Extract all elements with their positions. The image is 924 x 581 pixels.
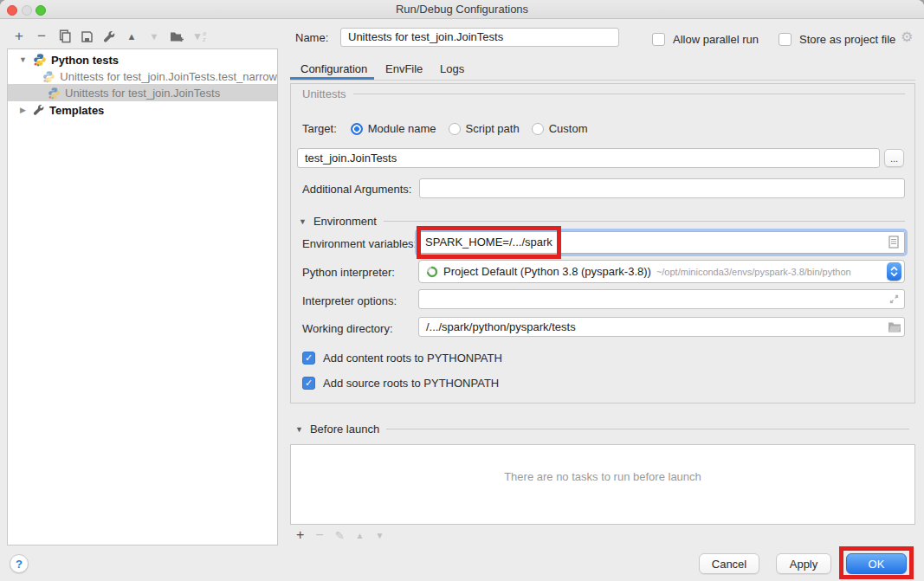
- radio-module-name[interactable]: [351, 123, 363, 135]
- add-configuration-button[interactable]: +: [12, 29, 26, 44]
- collapse-environment-icon[interactable]: ▼: [299, 217, 307, 226]
- help-button[interactable]: ?: [10, 554, 29, 573]
- python-interpreter-label: Python interpreter:: [302, 266, 395, 279]
- separator-line: [386, 429, 909, 429]
- radio-module-name-label: Module name: [368, 122, 436, 135]
- tree-item-label: Templates: [49, 104, 104, 117]
- title-bar: Run/Debug Configurations: [0, 0, 924, 19]
- tree-item-label: Unittests for test_join.JoinTests.test_n…: [60, 70, 277, 83]
- additional-arguments-label: Additional Arguments:: [302, 183, 411, 196]
- apply-button[interactable]: Apply: [776, 553, 831, 574]
- ok-button[interactable]: OK: [846, 553, 907, 574]
- add-task-button[interactable]: +: [296, 527, 304, 543]
- allow-parallel-run-checkbox[interactable]: [652, 33, 665, 46]
- copy-configuration-icon[interactable]: [57, 29, 71, 44]
- target-row: Target: Module name Script path Custom: [302, 121, 587, 136]
- store-as-project-file-row: Store as project file: [779, 32, 895, 46]
- environment-section-title: Environment: [313, 215, 377, 228]
- run-debug-configurations-window: Run/Debug Configurations + − ▲ ▼ ▼ az ▼: [0, 0, 924, 581]
- collapse-before-launch-icon[interactable]: ▼: [295, 425, 303, 434]
- window-title: Run/Debug Configurations: [0, 0, 924, 19]
- store-as-project-file-checkbox[interactable]: [779, 33, 792, 46]
- interpreter-dropdown-stepper[interactable]: [887, 262, 901, 281]
- remove-configuration-button[interactable]: −: [35, 29, 48, 44]
- move-task-up-icon[interactable]: ▲: [356, 531, 365, 540]
- separator-line: [353, 94, 905, 94]
- unittests-section-header: Unittests: [302, 87, 905, 100]
- add-source-roots-label: Add source roots to PYTHONPATH: [323, 377, 499, 390]
- radio-script-path-label: Script path: [466, 122, 520, 135]
- python-tests-icon: [33, 53, 47, 67]
- store-as-project-file-label: Store as project file: [799, 33, 895, 46]
- tree-item-jointests-selected[interactable]: Unittests for test_join.JoinTests: [8, 84, 277, 101]
- expanded-arrow-icon[interactable]: ▼: [18, 55, 28, 64]
- zoom-window-button[interactable]: [36, 5, 46, 16]
- before-launch-toolbar: + − ✎ ▲ ▼: [296, 527, 384, 543]
- move-down-button[interactable]: ▼: [147, 29, 161, 44]
- add-content-roots-label: Add content roots to PYTHONPATH: [323, 352, 502, 365]
- new-folder-icon[interactable]: [170, 29, 184, 44]
- environment-variables-input[interactable]: SPARK_HOME=/.../spark: [417, 231, 905, 254]
- python-interpreter-path: ~/opt/miniconda3/envs/pyspark-3.8/bin/py…: [656, 267, 851, 277]
- save-configuration-icon[interactable]: [80, 29, 94, 44]
- working-directory-input[interactable]: /.../spark/python/pyspark/tests: [418, 317, 905, 337]
- tab-envfile[interactable]: EnvFile: [385, 62, 423, 75]
- python-test-icon: [48, 87, 61, 100]
- active-tab-underline: [290, 77, 374, 80]
- tree-item-templates[interactable]: ▶ Templates: [8, 101, 277, 119]
- close-window-button[interactable]: [7, 5, 17, 16]
- allow-parallel-run-row: Allow parallel run: [652, 32, 759, 46]
- remove-task-button[interactable]: −: [315, 527, 323, 543]
- environment-variables-field-focus-ring: SPARK_HOME=/.../spark: [415, 229, 908, 256]
- allow-parallel-run-label: Allow parallel run: [673, 33, 759, 46]
- edit-templates-wrench-icon[interactable]: [102, 29, 116, 44]
- interpreter-options-label: Interpreter options:: [302, 294, 397, 307]
- working-directory-label: Working directory:: [302, 322, 393, 335]
- collapsed-arrow-icon[interactable]: ▶: [18, 106, 28, 114]
- interpreter-options-input[interactable]: [418, 289, 905, 309]
- tabs-divider: [290, 80, 915, 81]
- radio-script-path[interactable]: [449, 123, 461, 135]
- before-launch-empty-message: There are no tasks to run before launch: [290, 470, 915, 483]
- tree-item-python-tests[interactable]: ▼ Python tests: [8, 51, 277, 68]
- before-launch-section-title: Before launch: [310, 423, 379, 436]
- move-up-button[interactable]: ▲: [125, 29, 139, 44]
- configurations-toolbar: + − ▲ ▼ ▼ az: [12, 28, 206, 45]
- cancel-button[interactable]: Cancel: [699, 553, 759, 574]
- browse-module-button[interactable]: ...: [884, 149, 904, 167]
- environment-section-header: ▼ Environment: [299, 215, 905, 228]
- conda-environment-icon: [426, 266, 438, 278]
- target-label: Target:: [302, 122, 337, 135]
- tab-configuration[interactable]: Configuration: [300, 62, 367, 75]
- sort-configurations-icon[interactable]: ▼ az: [192, 30, 206, 42]
- python-interpreter-value: Project Default (Python 3.8 (pyspark-3.8…: [443, 265, 651, 278]
- tab-logs[interactable]: Logs: [440, 62, 464, 75]
- gear-icon[interactable]: ⚙: [901, 29, 913, 45]
- add-source-roots-row: ✓ Add source roots to PYTHONPATH: [302, 376, 499, 390]
- add-content-roots-checkbox[interactable]: ✓: [302, 352, 315, 365]
- unittests-section-title: Unittests: [302, 87, 346, 100]
- move-task-down-icon[interactable]: ▼: [376, 531, 384, 540]
- before-launch-section-header: ▼ Before launch: [295, 423, 909, 436]
- tree-item-label: Python tests: [51, 54, 119, 67]
- name-input[interactable]: Unittests for test_join.JoinTests: [340, 28, 619, 47]
- tree-item-test-narrow[interactable]: Unittests for test_join.JoinTests.test_n…: [8, 68, 277, 85]
- radio-custom[interactable]: [532, 123, 544, 135]
- python-interpreter-select[interactable]: Project Default (Python 3.8 (pyspark-3.8…: [418, 260, 905, 283]
- additional-arguments-input[interactable]: [419, 178, 905, 198]
- separator-line: [384, 221, 905, 222]
- folder-icon[interactable]: [888, 321, 901, 332]
- edit-task-pencil-icon[interactable]: ✎: [335, 529, 345, 542]
- minimize-window-button[interactable]: [22, 5, 32, 16]
- add-source-roots-checkbox[interactable]: ✓: [302, 377, 315, 390]
- radio-custom-label: Custom: [549, 122, 588, 135]
- configurations-tree: ▼ Python tests Unittests for test_join.J…: [7, 48, 278, 545]
- module-name-input[interactable]: test_join.JoinTests: [297, 148, 880, 168]
- before-launch-task-list[interactable]: [290, 444, 915, 525]
- add-content-roots-row: ✓ Add content roots to PYTHONPATH: [302, 351, 502, 365]
- tree-item-label: Unittests for test_join.JoinTests: [65, 87, 220, 100]
- name-label: Name:: [295, 31, 328, 44]
- environment-variables-label: Environment variables:: [302, 237, 417, 250]
- env-variables-list-icon[interactable]: [888, 236, 899, 249]
- expand-field-icon[interactable]: [888, 294, 900, 305]
